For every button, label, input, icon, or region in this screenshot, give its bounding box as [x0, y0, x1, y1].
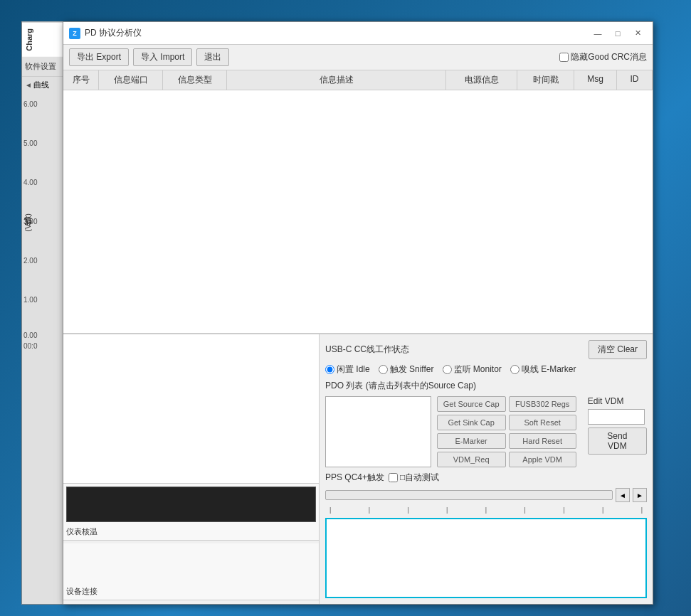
instrument-temp-panel: 仪表核温 [63, 484, 319, 541]
get-source-cap-btn[interactable]: Get Source Cap [437, 396, 506, 412]
waveform-item[interactable]: ◄ 曲线 [22, 77, 63, 93]
radio-monitor-input[interactable] [443, 365, 452, 374]
temp-display [66, 487, 316, 522]
y-tick-6: 6.00 [23, 100, 37, 108]
maximize-button[interactable]: □ [608, 26, 627, 41]
table-header: 序号 信息端口 信息类型 信息描述 电源信息 时间戳 Msg ID [63, 70, 653, 90]
col-desc: 信息描述 [227, 70, 446, 90]
main-window: Z PD 协议分析仪 — □ ✕ 导出 Export 导入 Import 退出 … [63, 21, 653, 605]
software-settings-item[interactable]: 软件设置 [22, 57, 63, 77]
import-button[interactable]: 导入 Import [133, 48, 192, 66]
title-bar-left: Z PD 协议分析仪 [69, 27, 142, 39]
sidebar-strip: Charg 软件设置 ◄ 曲线 6.00 5.00 4.00 3.00 2.00… [21, 21, 64, 605]
radio-emarker[interactable]: 嗅线 E-Marker [510, 363, 576, 376]
col-type: 信息类型 [163, 70, 227, 90]
col-seq: 序号 [63, 70, 99, 90]
col-timestamp: 时间戳 [517, 70, 574, 90]
y-tick-5: 5.00 [23, 139, 37, 147]
pps-slider-row: ◄ ► [325, 488, 647, 502]
title-bar: Z PD 协议分析仪 — □ ✕ [63, 22, 653, 45]
edit-vdm-label: Edit VDM [588, 396, 624, 406]
pdo-list[interactable] [325, 396, 431, 467]
export-button[interactable]: 导出 Export [69, 48, 129, 66]
close-button[interactable]: ✕ [628, 26, 647, 41]
vdm-input[interactable] [588, 409, 645, 425]
app-icon: Z [69, 28, 80, 39]
exit-button[interactable]: 退出 [196, 48, 229, 66]
pps-left-btn[interactable]: ◄ [616, 488, 630, 502]
waveform-display [63, 334, 319, 484]
vdm-req-btn[interactable]: VDM_Req [437, 452, 506, 467]
y-axis-area: 6.00 5.00 4.00 3.00 2.00 1.00 0.00 00:0 [22, 93, 63, 604]
clear-button[interactable]: 清空 Clear [589, 340, 647, 359]
title-controls: — □ ✕ [589, 26, 647, 41]
x-tick: 00:0 [23, 342, 37, 350]
radio-sniffer[interactable]: 触发 Sniffer [379, 363, 434, 376]
bottom-panel: 仪表核温 设备连接 USB-C CC线工作状态 清空 Clear 闲置 Idle [63, 334, 653, 604]
fusb302-regs-btn[interactable]: FUSB302 Regs [509, 396, 576, 412]
get-sink-cap-btn[interactable]: Get Sink Cap [437, 415, 506, 430]
e-marker-btn[interactable]: E-Marker [437, 433, 506, 449]
usbc-label: USB-C CC线工作状态 [325, 344, 409, 356]
col-port: 信息端口 [99, 70, 163, 90]
instrument-temp-label: 仪表核温 [66, 526, 97, 537]
radio-sniffer-input[interactable] [379, 365, 388, 374]
minimize-button[interactable]: — [589, 26, 607, 41]
pdo-buttons: Get Source Cap FUSB302 Regs Get Sink Cap… [437, 396, 576, 467]
tick-9: | [641, 506, 643, 514]
pdo-controls-row: Get Source Cap FUSB302 Regs Get Sink Cap… [325, 396, 647, 467]
tick-3: | [407, 506, 408, 514]
tick-1: | [329, 506, 331, 514]
col-msg: Msg [574, 70, 617, 90]
col-power: 电源信息 [446, 70, 517, 90]
hide-crc-checkbox[interactable] [559, 53, 569, 62]
usbc-status-row: USB-C CC线工作状态 清空 Clear [325, 340, 647, 359]
log-textarea[interactable] [325, 518, 647, 598]
radio-monitor[interactable]: 监听 Monitor [443, 363, 502, 376]
radio-group: 闲置 Idle 触发 Sniffer 监听 Monitor 嗅线 E-Marke… [325, 363, 647, 376]
table-body [63, 90, 653, 331]
y-tick-4: 4.00 [23, 179, 37, 186]
radio-emarker-input[interactable] [510, 365, 519, 374]
apple-vdm-btn[interactable]: Apple VDM [509, 452, 576, 467]
y-tick-0: 0.00 [23, 331, 37, 339]
left-bottom-panels: 仪表核温 设备连接 [63, 484, 319, 604]
collapse-icon: ◄ [25, 81, 32, 89]
right-panel: USB-C CC线工作状态 清空 Clear 闲置 Idle 触发 Sniffe… [320, 334, 653, 604]
tick-2: | [369, 506, 370, 514]
pdo-section-label: PDO 列表 (请点击列表中的Source Cap) [325, 380, 647, 392]
tick-4: | [446, 506, 448, 514]
pps-label: PPS QC4+触发 [325, 472, 384, 484]
tick-5: | [485, 506, 487, 514]
device-connect-label: 设备连接 [66, 586, 97, 597]
pps-right-btn[interactable]: ► [633, 488, 647, 502]
device-connect-panel: 设备连接 [63, 543, 319, 600]
sidebar-tab-charg[interactable]: Charg [22, 22, 63, 57]
col-id: ID [617, 70, 653, 90]
tick-7: | [563, 506, 564, 514]
pps-slider-track[interactable] [325, 490, 613, 500]
toolbar-right: 隐藏Good CRC消息 [559, 51, 647, 63]
toolbar: 导出 Export 导入 Import 退出 隐藏Good CRC消息 [63, 45, 653, 70]
left-panel: 仪表核温 设备连接 [63, 334, 320, 604]
tick-6: | [524, 506, 526, 514]
y-tick-2: 2.00 [23, 257, 37, 265]
radio-idle-input[interactable] [325, 365, 334, 374]
y-tick-1: 1.00 [23, 296, 37, 304]
send-vdm-button[interactable]: Send VDM [588, 428, 647, 455]
window-title: PD 协议分析仪 [85, 27, 142, 39]
radio-idle[interactable]: 闲置 Idle [325, 363, 370, 376]
pps-section: PPS QC4+触发 □自动测试 [325, 472, 647, 484]
tick-marks-row: | | | | | | | | | [325, 506, 647, 514]
hide-crc-label[interactable]: 隐藏Good CRC消息 [559, 51, 647, 63]
vdm-section: Edit VDM Send VDM [588, 396, 647, 455]
tick-8: | [602, 506, 603, 514]
y-axis-label: 代线(Volt) [23, 213, 33, 232]
toolbar-left: 导出 Export 导入 Import 退出 [69, 48, 229, 66]
waveform-label: 曲线 [33, 80, 49, 90]
text-area-container [325, 518, 647, 598]
hard-reset-btn[interactable]: Hard Reset [509, 433, 576, 449]
auto-test-label[interactable]: □自动测试 [389, 472, 439, 484]
auto-test-checkbox[interactable] [389, 473, 398, 482]
soft-reset-btn[interactable]: Soft Reset [509, 415, 576, 430]
